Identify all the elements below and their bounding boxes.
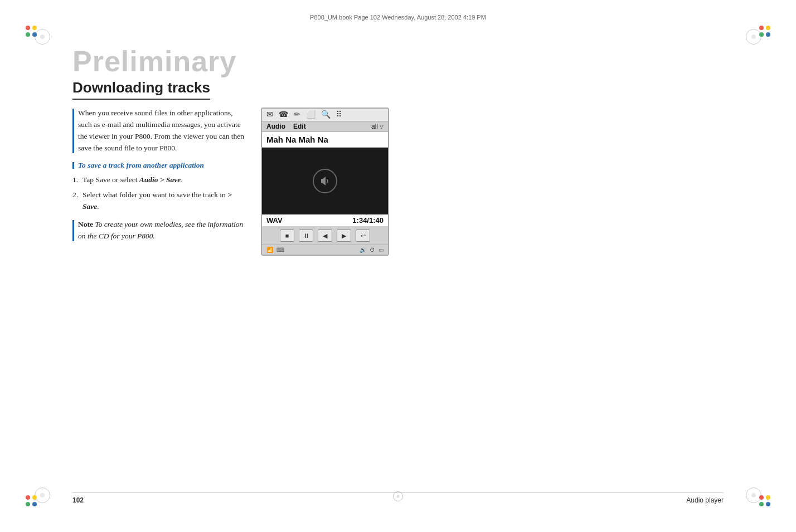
- header-bar: P800_UM.book Page 102 Wednesday, August …: [56, 12, 740, 22]
- wav-label: WAV: [266, 216, 283, 224]
- footer-page-number: 102: [72, 496, 84, 504]
- svg-point-5: [766, 26, 770, 30]
- svg-point-15: [766, 502, 770, 506]
- speaker-svg: [319, 175, 331, 187]
- two-column-layout: When you receive sound files in other ap…: [72, 108, 724, 256]
- svg-point-6: [759, 32, 764, 37]
- clock-icon: ⏱: [370, 247, 375, 253]
- svg-point-7: [766, 32, 770, 37]
- svg-point-0: [26, 26, 30, 30]
- svg-point-9: [32, 495, 37, 500]
- svg-point-3: [32, 32, 37, 37]
- note-container: Note To create your own melodies, see th…: [72, 219, 245, 242]
- menu-all[interactable]: all ▽: [371, 123, 384, 130]
- color-reg-br: [758, 494, 771, 507]
- pause-button[interactable]: ⏸: [299, 230, 313, 242]
- svg-point-4: [759, 26, 764, 30]
- wav-bar: WAV 1:34/1:40: [262, 214, 388, 227]
- battery-icon: ▭: [378, 247, 384, 253]
- header-text: P800_UM.book Page 102 Wednesday, August …: [310, 14, 486, 21]
- center-reg-bottom: [393, 491, 403, 501]
- color-reg-tl: [25, 25, 38, 38]
- step-1: Tap Save or select Audio > Save.: [72, 174, 245, 186]
- track-title: Mah Na Mah Na: [262, 132, 388, 148]
- preliminary-watermark: Preliminary: [72, 45, 724, 78]
- svg-point-13: [766, 495, 770, 500]
- phone-mockup: ✉ ☎ ✏ ⬜ 🔍 ⠿ Audio Edit all ▽: [261, 108, 389, 256]
- phone-icon: ☎: [279, 111, 288, 119]
- search-icon: 🔍: [321, 111, 331, 119]
- main-content: Preliminary Downloading tracks When you …: [72, 45, 724, 487]
- phone-mockup-container: ✉ ☎ ✏ ⬜ 🔍 ⠿ Audio Edit all ▽: [261, 108, 395, 256]
- body-paragraph: When you receive sound files in other ap…: [78, 108, 245, 154]
- album-art: [262, 148, 388, 214]
- stop-button[interactable]: ■: [280, 230, 294, 242]
- forward-button[interactable]: ▶: [337, 230, 351, 242]
- signal-icon: 📶: [266, 247, 273, 253]
- grid-icon: ⠿: [336, 111, 342, 119]
- keyboard-icon: ⌨: [276, 247, 284, 253]
- footer-section-name: Audio player: [686, 496, 724, 504]
- email-icon: ✉: [266, 111, 273, 119]
- note-text: Note To create your own melodies, see th…: [78, 219, 245, 242]
- back-button[interactable]: ↩: [356, 230, 370, 242]
- transport-bar: ■ ⏸ ◀ ▶ ↩: [262, 227, 388, 245]
- note-label: Note: [78, 220, 93, 228]
- svg-point-10: [26, 502, 30, 506]
- left-column: When you receive sound files in other ap…: [72, 108, 245, 242]
- rewind-button[interactable]: ◀: [318, 230, 332, 242]
- wav-time: 1:34/1:40: [352, 216, 384, 224]
- pencil-icon: ✏: [294, 111, 300, 119]
- menu-audio[interactable]: Audio: [266, 123, 285, 130]
- chevron-down-icon: ▽: [380, 124, 384, 129]
- square-icon: ⬜: [306, 111, 316, 119]
- svg-point-2: [26, 32, 30, 37]
- procedure-title: To save a track from another application: [72, 161, 245, 170]
- step-2: Select what folder you want to save the …: [72, 189, 245, 213]
- steps-list: Tap Save or select Audio > Save. Select …: [72, 174, 245, 213]
- body-paragraph-container: When you receive sound files in other ap…: [72, 108, 245, 154]
- section-heading: Downloading tracks: [72, 79, 210, 100]
- svg-point-11: [32, 502, 37, 506]
- menu-edit[interactable]: Edit: [293, 123, 306, 130]
- toolbar-icons-bar: ✉ ☎ ✏ ⬜ 🔍 ⠿: [262, 109, 388, 121]
- status-bar: 📶 ⌨ 🔊 ⏱ ▭: [262, 245, 388, 255]
- color-reg-bl: [25, 494, 38, 507]
- menu-bar: Audio Edit all ▽: [262, 121, 388, 132]
- svg-point-8: [26, 495, 30, 500]
- svg-point-1: [32, 26, 37, 30]
- menu-all-label: all: [371, 123, 378, 130]
- speaker-icon: [313, 169, 337, 193]
- svg-point-12: [759, 495, 764, 500]
- volume-icon: 🔊: [360, 247, 366, 253]
- color-reg-tr: [758, 25, 771, 38]
- svg-point-14: [759, 502, 764, 506]
- note-content: To create your own melodies, see the inf…: [78, 220, 243, 240]
